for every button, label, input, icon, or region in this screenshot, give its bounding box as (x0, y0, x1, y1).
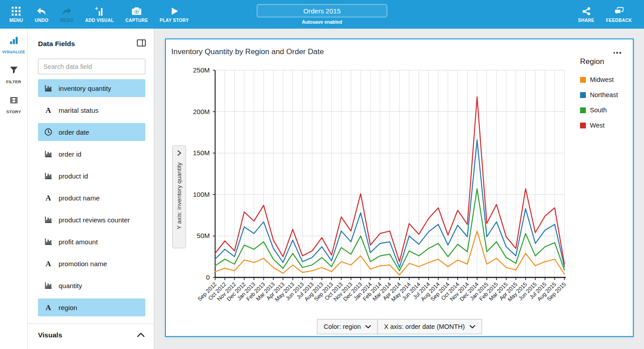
top-toolbar: MENU UNDO REDO ADD VISUAL CAPTUR (0, 0, 644, 29)
field-label: profit amount (59, 238, 98, 246)
menu-button[interactable]: MENU (4, 0, 29, 29)
data-fields-header: Data Fields (38, 40, 75, 48)
legend-swatch (580, 107, 586, 113)
text-field-icon: A (44, 303, 53, 312)
field-item-quantity[interactable]: quantity (38, 277, 145, 294)
rail-item-story[interactable]: STORY (0, 89, 27, 119)
story-icon (9, 96, 18, 106)
field-item-profit-amount[interactable]: profit amount (38, 233, 145, 251)
undo-icon (36, 6, 47, 16)
legend-label: South (590, 106, 607, 114)
text-field-icon: A (44, 259, 53, 268)
chevron-up-icon (137, 331, 145, 339)
legend-swatch (580, 92, 586, 98)
feedback-icon (614, 6, 624, 16)
left-rail: VISUALIZE FILTER STORY (0, 29, 28, 349)
visualize-icon (9, 36, 19, 47)
field-item-product-reviews-counter[interactable]: product reviews counter (38, 211, 145, 229)
chevron-down-icon (365, 323, 371, 330)
play-icon (170, 6, 179, 16)
rail-item-visualize[interactable]: VISUALIZE (0, 29, 27, 59)
field-label: order id (59, 150, 81, 158)
redo-button[interactable]: REDO (54, 0, 79, 29)
chart-legend: Region MidwestNortheastSouthWest (580, 57, 631, 137)
bar-chart-field-icon (44, 215, 53, 224)
filter-icon (9, 66, 18, 77)
svg-text:250M: 250M (193, 66, 210, 74)
axis-controls: Color: region X axis: order date (MONTH) (317, 319, 482, 334)
svg-text:100M: 100M (193, 191, 210, 198)
capture-button[interactable]: CAPTURE (120, 0, 154, 29)
capture-icon (131, 6, 142, 16)
field-label: quantity (59, 282, 82, 289)
undo-button[interactable]: UNDO (29, 0, 55, 29)
visual-card[interactable]: 050M100M150M200M250MSep 2012Oct 2012Nov … (165, 38, 634, 337)
legend-label: West (590, 122, 605, 129)
share-icon (582, 6, 591, 16)
svg-text:50M: 50M (197, 232, 210, 239)
feedback-button[interactable]: FEEDBACK (600, 0, 638, 29)
line-chart[interactable]: 050M100M150M200M250MSep 2012Oct 2012Nov … (166, 39, 633, 336)
legend-label: Midwest (590, 76, 614, 83)
field-label: product name (59, 194, 100, 202)
calendar-clock-field-icon (44, 128, 53, 136)
data-fields-panel: Data Fields inventory quantityAmarital s… (28, 29, 154, 349)
y-axis-control-label: Y axis: inventory quantity (176, 162, 182, 230)
legend-swatch (580, 77, 586, 83)
analysis-title-area: Autosave enabled (255, 0, 389, 29)
add-visual-button[interactable]: ADD VISUAL (79, 0, 119, 29)
search-data-field-input[interactable] (38, 59, 145, 74)
legend-item-south[interactable]: South (580, 106, 631, 114)
fields-list: inventory quantityAmarital statusorder d… (38, 79, 145, 320)
quicksight-app: MENU UNDO REDO ADD VISUAL CAPTUR (0, 0, 644, 349)
x-axis-dropdown[interactable]: X axis: order date (MONTH) (377, 319, 482, 334)
visual-menu-ellipsis-icon[interactable] (612, 50, 623, 55)
text-field-icon: A (44, 193, 53, 202)
svg-text:0: 0 (206, 273, 210, 281)
bar-chart-field-icon (44, 149, 53, 158)
play-story-button[interactable]: PLAY STORY (154, 0, 195, 29)
field-item-promotion-name[interactable]: Apromotion name (38, 255, 145, 272)
panel-toggle-icon[interactable] (137, 39, 146, 48)
legend-item-midwest[interactable]: Midwest (580, 76, 631, 83)
visual-title: Inventory Quantity by Region and Order D… (171, 47, 324, 56)
field-item-order-date[interactable]: order date (38, 123, 145, 141)
field-item-region[interactable]: Aregion (38, 298, 145, 316)
svg-text:150M: 150M (193, 149, 210, 157)
color-dropdown[interactable]: Color: region (317, 319, 378, 334)
autosave-status: Autosave enabled (255, 19, 389, 25)
field-label: region (59, 304, 77, 311)
redo-icon (62, 6, 72, 16)
bar-chart-field-icon (44, 84, 53, 93)
rail-item-filter[interactable]: FILTER (0, 59, 27, 89)
chevron-right-icon (177, 150, 182, 158)
text-field-icon: A (44, 106, 53, 115)
y-axis-control-tab[interactable]: Y axis: inventory quantity (172, 145, 186, 248)
field-item-marital-status[interactable]: Amarital status (38, 101, 145, 119)
field-label: product id (59, 172, 88, 180)
field-item-order-id[interactable]: order id (38, 145, 145, 163)
field-label: order date (59, 128, 89, 136)
visuals-divider (28, 323, 154, 324)
field-item-product-name[interactable]: Aproduct name (38, 189, 145, 207)
field-label: marital status (59, 106, 98, 114)
bar-chart-field-icon (44, 237, 53, 246)
field-label: inventory quantity (59, 85, 111, 92)
field-item-inventory-quantity[interactable]: inventory quantity (38, 79, 145, 97)
add-visual-icon (94, 6, 104, 16)
bar-chart-field-icon (44, 171, 53, 180)
legend-title: Region (580, 57, 631, 66)
menu-icon (12, 6, 21, 16)
visuals-section-header[interactable]: Visuals (38, 331, 145, 339)
field-label: product reviews counter (59, 216, 130, 224)
bar-chart-field-icon (44, 281, 53, 290)
legend-item-northeast[interactable]: Northeast (580, 91, 631, 98)
legend-label: Northeast (590, 91, 618, 98)
legend-item-west[interactable]: West (580, 122, 631, 129)
legend-swatch (580, 123, 586, 128)
field-label: promotion name (59, 260, 107, 268)
share-button[interactable]: SHARE (572, 0, 601, 29)
svg-text:200M: 200M (193, 108, 210, 115)
field-item-product-id[interactable]: product id (38, 167, 145, 185)
analysis-title-input[interactable] (257, 4, 387, 17)
